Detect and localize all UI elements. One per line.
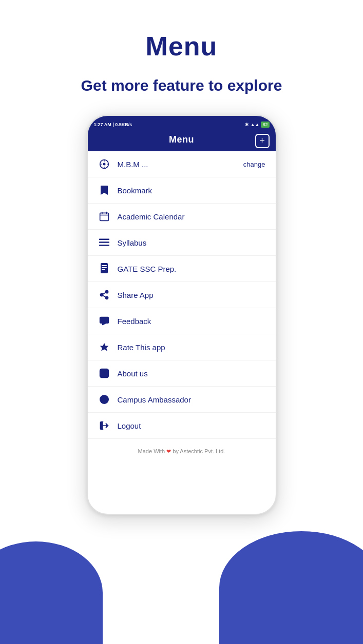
gate-ssc-label: GATE SSC Prep.: [118, 265, 177, 273]
menu-item-gate-ssc[interactable]: GATE SSC Prep.: [88, 256, 276, 282]
menu-item-academic-calendar[interactable]: Academic Calendar: [88, 204, 276, 230]
change-link[interactable]: change: [243, 160, 265, 168]
share-icon: [98, 289, 110, 301]
bg-wave-right: [219, 531, 363, 644]
bookmark-label: Bookmark: [118, 186, 152, 195]
menu-item-mbm[interactable]: M.B.M ... change: [88, 151, 276, 177]
svg-point-1: [103, 163, 105, 166]
rate-app-label: Rate This app: [118, 343, 165, 352]
bg-wave-left: [0, 541, 103, 644]
header-title: Menu: [169, 134, 194, 145]
menu-list: M.B.M ... change Bookmark Academic Calen…: [88, 151, 276, 439]
phone-status-area: 1:27 AM | 0.5KB/s ✱ ▲▲ 82: [88, 116, 276, 130]
add-button[interactable]: +: [255, 134, 270, 148]
page-title: Menu: [146, 31, 218, 62]
person-icon: [98, 367, 110, 379]
star-icon: [98, 341, 110, 353]
menu-item-syllabus[interactable]: Syllabus: [88, 230, 276, 256]
logout-icon: [98, 419, 110, 432]
phone-mockup: 1:27 AM | 0.5KB/s ✱ ▲▲ 82 Menu + M.B.M .…: [87, 115, 277, 515]
svg-rect-2: [100, 213, 108, 220]
svg-rect-5: [99, 245, 109, 246]
menu-item-about-us[interactable]: About us: [88, 360, 276, 387]
mbm-label: M.B.M ...: [118, 160, 148, 169]
list-icon: [98, 236, 110, 249]
menu-item-campus-ambassador[interactable]: Campus Ambassador: [88, 387, 276, 413]
status-time: 1:27 AM | 0.5KB/s: [94, 122, 132, 127]
svg-point-18: [103, 371, 105, 373]
battery-indicator: 82: [261, 122, 269, 128]
svg-line-13: [103, 295, 106, 297]
svg-marker-16: [100, 343, 108, 351]
feedback-label: Feedback: [118, 317, 151, 326]
bluetooth-icon: ✱: [245, 122, 249, 127]
menu-item-logout[interactable]: Logout: [88, 413, 276, 439]
page-subtitle: Get more feature to explore: [66, 77, 298, 94]
svg-line-14: [103, 292, 106, 294]
app-header: Menu +: [88, 130, 276, 151]
heart-icon: ❤: [166, 448, 171, 454]
svg-rect-4: [99, 242, 109, 243]
menu-item-rate-app[interactable]: Rate This app: [88, 334, 276, 360]
svg-point-19: [100, 395, 109, 404]
phone-footer: Made With ❤ by Astechtic Pvt. Ltd.: [88, 439, 276, 463]
share-app-label: Share App: [118, 291, 154, 299]
circle-icon: [98, 393, 110, 406]
signal-icon: ▲▲: [251, 122, 260, 127]
status-bar: 1:27 AM | 0.5KB/s ✱ ▲▲ 82: [94, 119, 270, 130]
book-icon: [98, 263, 110, 275]
logout-label: Logout: [118, 421, 141, 430]
svg-rect-15: [100, 317, 108, 324]
calendar-icon: [98, 210, 110, 223]
menu-item-share-app[interactable]: Share App: [88, 282, 276, 308]
academic-calendar-label: Academic Calendar: [118, 212, 185, 221]
wordpress-icon: [98, 158, 110, 170]
menu-item-feedback[interactable]: Feedback: [88, 308, 276, 334]
svg-rect-9: [102, 269, 105, 270]
feedback-icon: [98, 315, 110, 327]
status-icons: ✱ ▲▲ 82: [245, 122, 270, 128]
campus-ambassador-label: Campus Ambassador: [118, 395, 191, 404]
svg-rect-8: [102, 267, 107, 268]
syllabus-label: Syllabus: [118, 238, 147, 247]
svg-rect-3: [99, 239, 109, 240]
bookmark-icon: [98, 184, 110, 196]
about-us-label: About us: [118, 369, 148, 378]
menu-item-bookmark[interactable]: Bookmark: [88, 177, 276, 204]
svg-rect-7: [102, 265, 107, 266]
